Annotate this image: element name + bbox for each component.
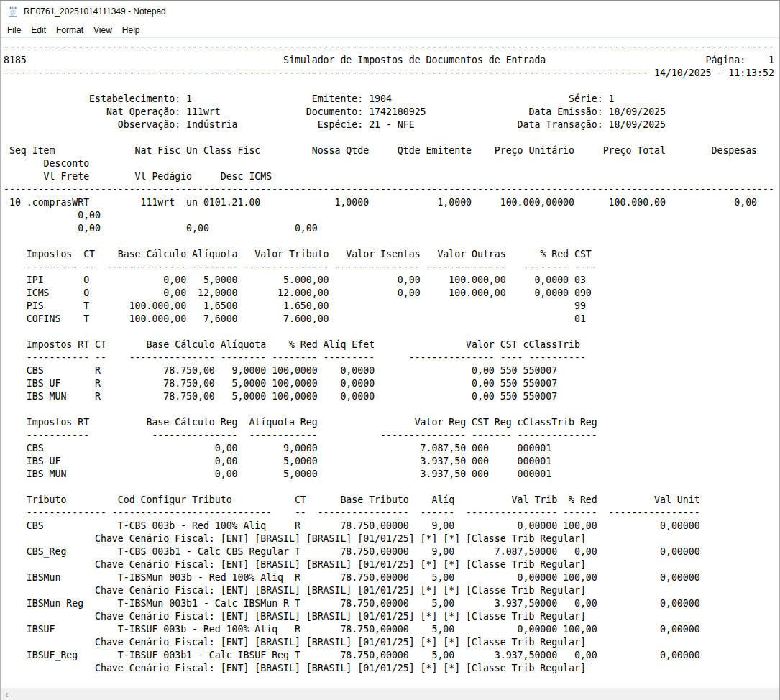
report-lines: ----------------------------------------…	[4, 42, 774, 673]
text-area[interactable]: ----------------------------------------…	[1, 38, 779, 688]
menu-item-file[interactable]: File	[2, 23, 26, 37]
report-text[interactable]: ----------------------------------------…	[1, 38, 779, 675]
scroll-left-arrow-icon[interactable]: ‹	[1, 688, 13, 700]
notepad-icon	[7, 6, 19, 17]
menu-item-view[interactable]: View	[88, 23, 117, 37]
menu-item-format[interactable]: Format	[51, 23, 88, 37]
notepad-window: RE0761_20251014111349 - Notepad FileEdit…	[0, 0, 780, 700]
menu-item-edit[interactable]: Edit	[26, 23, 51, 37]
window-title: RE0761_20251014111349 - Notepad	[24, 6, 166, 17]
menu-bar: FileEditFormatViewHelp	[1, 22, 779, 38]
title-bar: RE0761_20251014111349 - Notepad	[1, 1, 779, 22]
text-caret	[587, 663, 587, 673]
menu-item-help[interactable]: Help	[117, 23, 145, 37]
horizontal-scrollbar[interactable]: ‹	[1, 688, 779, 700]
